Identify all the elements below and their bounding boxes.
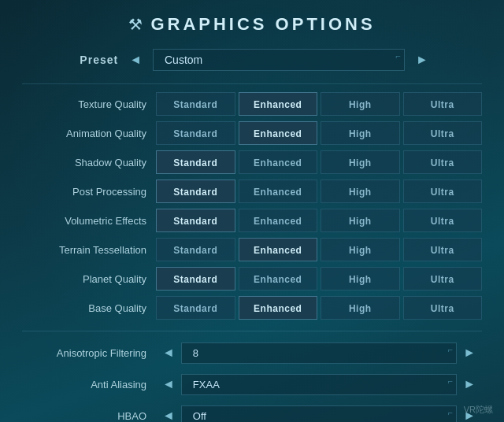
- dropdown-label: HBAO: [22, 410, 156, 422]
- quality-options: StandardEnhancedHighUltra: [156, 180, 482, 203]
- quality-row: Texture QualityStandardEnhancedHighUltra: [22, 91, 482, 117]
- dropdown-value: Off: [181, 405, 457, 423]
- quality-row: Volumetric EffectsStandardEnhancedHighUl…: [22, 207, 482, 234]
- quality-btn-high[interactable]: High: [321, 267, 400, 291]
- quality-btn-high[interactable]: High: [321, 296, 400, 320]
- preset-left-arrow[interactable]: ◄: [124, 51, 146, 68]
- page-title: Graphics Options: [150, 14, 375, 35]
- quality-btn-ultra[interactable]: Ultra: [403, 150, 483, 174]
- divider-top: [22, 83, 482, 84]
- watermark: VR陀螺: [464, 404, 493, 416]
- dropdown-row: Anisotropic Filtering◄8►: [22, 339, 482, 366]
- quality-btn-standard[interactable]: Standard: [156, 121, 235, 145]
- title-row: ⚒ Graphics Options: [22, 14, 482, 35]
- quality-btn-high[interactable]: High: [321, 92, 400, 116]
- quality-btn-standard[interactable]: Standard: [156, 180, 235, 203]
- dropdown-section: Anisotropic Filtering◄8►Anti Aliasing◄FX…: [22, 331, 482, 422]
- quality-btn-ultra[interactable]: Ultra: [403, 209, 483, 232]
- quality-row-label: Animation Quality: [22, 128, 156, 139]
- quality-btn-ultra[interactable]: Ultra: [403, 267, 483, 291]
- preset-label: Preset: [71, 54, 118, 66]
- quality-options: StandardEnhancedHighUltra: [156, 150, 482, 174]
- quality-btn-ultra[interactable]: Ultra: [403, 238, 483, 261]
- quality-options: StandardEnhancedHighUltra: [156, 209, 482, 232]
- quality-btn-standard[interactable]: Standard: [156, 92, 235, 116]
- dropdown-left-arrow[interactable]: ◄: [156, 407, 181, 422]
- quality-row: Animation QualityStandardEnhancedHighUlt…: [22, 120, 482, 146]
- quality-btn-high[interactable]: High: [321, 150, 400, 174]
- quality-row-label: Post Processing: [22, 186, 156, 198]
- quality-btn-standard[interactable]: Standard: [156, 267, 235, 291]
- quality-row: Shadow QualityStandardEnhancedHighUltra: [22, 149, 482, 176]
- quality-btn-ultra[interactable]: Ultra: [403, 92, 483, 116]
- quality-btn-enhanced[interactable]: Enhanced: [239, 209, 318, 232]
- dropdown-value: 8: [181, 342, 457, 364]
- dropdown-label: Anisotropic Filtering: [22, 347, 156, 359]
- preset-right-arrow[interactable]: ►: [411, 51, 433, 68]
- quality-btn-high[interactable]: High: [321, 121, 400, 145]
- quality-btn-standard[interactable]: Standard: [156, 296, 235, 320]
- dropdown-row: HBAO◄Off►: [22, 402, 482, 422]
- dropdown-left-arrow[interactable]: ◄: [156, 344, 181, 361]
- quality-row-label: Planet Quality: [22, 273, 156, 285]
- quality-row-label: Volumetric Effects: [22, 215, 156, 227]
- dropdown-label: Anti Aliasing: [22, 379, 156, 391]
- dropdown-value: FXAA: [181, 374, 457, 395]
- quality-options: StandardEnhancedHighUltra: [156, 121, 482, 145]
- quality-btn-enhanced[interactable]: Enhanced: [239, 238, 318, 261]
- dropdown-row: Anti Aliasing◄FXAA►: [22, 371, 482, 398]
- graphics-options-panel: ⚒ Graphics Options Preset ◄ Custom ► Tex…: [0, 0, 504, 422]
- dropdown-left-arrow[interactable]: ◄: [156, 376, 181, 393]
- quality-btn-high[interactable]: High: [321, 238, 400, 261]
- quality-row-label: Base Quality: [22, 302, 156, 314]
- quality-row-label: Terrain Tessellation: [22, 244, 156, 256]
- quality-btn-enhanced[interactable]: Enhanced: [239, 121, 318, 145]
- dropdown-right-arrow[interactable]: ►: [457, 344, 482, 361]
- quality-btn-high[interactable]: High: [321, 209, 400, 232]
- quality-options: StandardEnhancedHighUltra: [156, 238, 482, 261]
- quality-btn-enhanced[interactable]: Enhanced: [239, 296, 318, 320]
- quality-btn-ultra[interactable]: Ultra: [403, 296, 483, 320]
- quality-row-label: Shadow Quality: [22, 157, 156, 168]
- quality-row: Base QualityStandardEnhancedHighUltra: [22, 294, 482, 321]
- watermark-text: VR陀螺: [464, 404, 493, 416]
- preset-value: Custom: [153, 49, 405, 71]
- quality-btn-high[interactable]: High: [321, 180, 400, 203]
- quality-btn-ultra[interactable]: Ultra: [403, 121, 483, 145]
- quality-options: StandardEnhancedHighUltra: [156, 296, 482, 320]
- quality-row: Planet QualityStandardEnhancedHighUltra: [22, 265, 482, 292]
- preset-row: Preset ◄ Custom ►: [22, 49, 482, 71]
- quality-row: Post ProcessingStandardEnhancedHighUltra: [22, 178, 482, 205]
- quality-btn-enhanced[interactable]: Enhanced: [239, 267, 318, 291]
- dropdown-right-arrow[interactable]: ►: [457, 376, 482, 393]
- quality-btn-standard[interactable]: Standard: [156, 238, 235, 261]
- quality-options: StandardEnhancedHighUltra: [156, 92, 482, 116]
- quality-row: Terrain TessellationStandardEnhancedHigh…: [22, 236, 482, 263]
- quality-btn-standard[interactable]: Standard: [156, 209, 235, 232]
- quality-options: StandardEnhancedHighUltra: [156, 267, 482, 291]
- quality-btn-enhanced[interactable]: Enhanced: [239, 92, 318, 116]
- quality-row-label: Texture Quality: [22, 98, 156, 110]
- quality-btn-enhanced[interactable]: Enhanced: [239, 150, 318, 174]
- quality-btn-ultra[interactable]: Ultra: [403, 180, 483, 203]
- wrench-icon: ⚒: [128, 15, 143, 34]
- quality-btn-standard[interactable]: Standard: [156, 150, 235, 174]
- quality-btn-enhanced[interactable]: Enhanced: [239, 180, 318, 203]
- quality-grid: Texture QualityStandardEnhancedHighUltra…: [22, 91, 482, 321]
